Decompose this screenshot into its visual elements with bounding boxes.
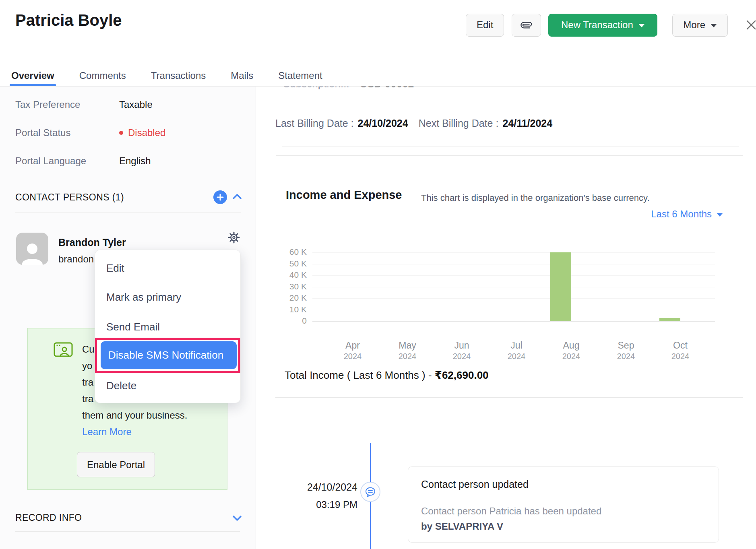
x-axis-label: Jul2024	[489, 340, 544, 361]
portal-text-line: them and your business.	[82, 410, 187, 421]
menu-item-delete[interactable]: Delete	[106, 378, 136, 393]
gridline	[312, 275, 715, 276]
new-transaction-button[interactable]: New Transaction	[548, 14, 657, 37]
total-income-label: Total Income ( Last 6 Months ) -	[285, 369, 435, 381]
menu-item-send-email[interactable]: Send Email	[106, 319, 160, 334]
x-axis-label: Oct2024	[653, 340, 708, 361]
close-button[interactable]	[744, 18, 756, 32]
menu-item-mark-as-primary[interactable]: Mark as primary	[106, 289, 181, 305]
portal-text-line: yo	[82, 360, 92, 372]
close-icon	[745, 19, 756, 31]
scroll-clipped-region: Subscription...USD 00002	[256, 87, 756, 103]
subscription-value: USD 00002	[360, 87, 414, 90]
contact-person-name: Brandon Tyler	[58, 237, 126, 248]
record-info-heading: RECORD INFO	[15, 512, 82, 523]
portal-text-line: Cu	[82, 344, 95, 355]
chevron-down-icon	[232, 515, 242, 521]
total-income-line: Total Income ( Last 6 Months ) - ₹62,690…	[285, 369, 489, 382]
billing-dates-row: Last Billing Date : 24/10/2024 Next Bill…	[275, 118, 552, 129]
tab-transactions[interactable]: Transactions	[150, 67, 207, 86]
info-row-tax-preference: Tax PreferenceTaxable	[15, 99, 165, 111]
y-axis-tick: 50 K	[248, 259, 307, 268]
menu-item-disable-sms-notification[interactable]: Disable SMS Notification	[101, 341, 237, 369]
timeline-time: 03:19 PM	[274, 499, 357, 510]
tab-bar: OverviewCommentsTransactionsMailsStateme…	[10, 67, 323, 86]
tab-overview[interactable]: Overview	[10, 67, 55, 86]
header-actions: Edit New Transaction More	[466, 13, 756, 37]
chart-title: Income and Expense	[286, 188, 402, 202]
expand-record-info-button[interactable]	[232, 515, 242, 523]
tab-mails[interactable]: Mails	[230, 67, 254, 86]
contact-detail-page: Patricia Boyle Edit New Transaction More…	[0, 0, 756, 549]
timeline-node	[360, 482, 380, 502]
gridline	[312, 298, 715, 299]
chart-bar-oct	[659, 318, 680, 321]
timeline-event-card: Contact person updated Contact person Pa…	[408, 466, 719, 543]
total-income-value: ₹62,690.00	[435, 369, 489, 381]
chart-period-selector[interactable]: Last 6 Months	[651, 208, 723, 220]
divider	[282, 147, 739, 147]
highlight-outline: Disable SMS Notification	[95, 338, 240, 373]
info-label: Tax Preference	[15, 99, 119, 110]
menu-item-edit[interactable]: Edit	[106, 260, 124, 276]
timeline-event-description: Contact person Patricia has been updated	[421, 506, 601, 517]
divider	[276, 155, 743, 156]
timeline-date: 24/10/2024	[274, 481, 357, 493]
portal-icon	[54, 342, 73, 360]
new-transaction-label: New Transaction	[561, 19, 633, 31]
page-title: Patricia Boyle	[15, 11, 122, 29]
subscription-clipped-line: Subscription...USD 00002	[283, 87, 414, 90]
more-label: More	[683, 19, 705, 31]
add-contact-person-button[interactable]	[213, 190, 227, 204]
info-value: English	[119, 155, 151, 167]
chart-bar-aug	[550, 252, 571, 321]
contact-person-email: brandon	[58, 254, 94, 265]
info-row-portal-language: Portal LanguageEnglish	[15, 155, 165, 167]
contact-persons-heading: CONTACT PERSONS (1)	[15, 192, 124, 203]
more-button[interactable]: More	[672, 14, 728, 37]
y-axis-tick: 30 K	[248, 282, 307, 291]
contact-info-rows: Tax PreferenceTaxablePortal StatusDisabl…	[15, 99, 165, 183]
caret-down-icon	[717, 213, 723, 217]
y-axis-tick: 40 K	[248, 270, 307, 280]
tab-comments[interactable]: Comments	[78, 67, 127, 86]
last-billing-value: 24/10/2024	[358, 118, 408, 129]
chat-bubble-icon	[365, 487, 376, 497]
x-axis-label: Apr2024	[325, 340, 380, 361]
period-label: Last 6 Months	[651, 208, 712, 220]
x-axis-label: Aug2024	[544, 340, 599, 361]
enable-portal-button[interactable]: Enable Portal	[77, 452, 155, 477]
status-dot-icon	[119, 131, 123, 135]
y-axis-tick: 10 K	[248, 305, 307, 314]
portal-text-line: tra	[82, 393, 93, 405]
collapse-contact-persons-button[interactable]	[232, 194, 242, 201]
next-billing-label: Next Billing Date :	[419, 118, 499, 129]
y-axis-tick: 0	[248, 316, 307, 326]
x-axis-label: Sep2024	[599, 340, 653, 361]
divider	[15, 213, 241, 213]
info-value: Taxable	[119, 99, 153, 110]
tab-statement[interactable]: Statement	[277, 67, 323, 86]
subscription-label: Subscription...	[283, 87, 349, 90]
x-axis-label: Jun2024	[434, 340, 489, 361]
next-billing-value: 24/11/2024	[502, 118, 552, 129]
attachment-button[interactable]	[512, 14, 541, 37]
chevron-up-icon	[232, 194, 242, 200]
timeline-event-author: by SELVAPRIYA V	[421, 521, 503, 532]
divider	[15, 531, 240, 532]
gear-icon	[227, 231, 240, 244]
gridline	[312, 321, 715, 322]
x-axis-label: May2024	[380, 340, 435, 361]
caret-down-icon	[638, 24, 645, 27]
portal-text-line: tra	[82, 377, 93, 388]
learn-more-link[interactable]: Learn More	[82, 426, 132, 438]
plus-icon	[217, 194, 224, 201]
caret-down-icon	[711, 24, 717, 27]
info-value: Disabled	[119, 127, 165, 138]
y-axis-tick: 60 K	[248, 247, 307, 257]
contact-person-settings-button[interactable]	[227, 231, 240, 244]
gridline	[312, 252, 715, 253]
edit-button[interactable]: Edit	[466, 14, 504, 37]
last-billing-label: Last Billing Date :	[275, 118, 354, 129]
person-icon	[19, 241, 45, 265]
